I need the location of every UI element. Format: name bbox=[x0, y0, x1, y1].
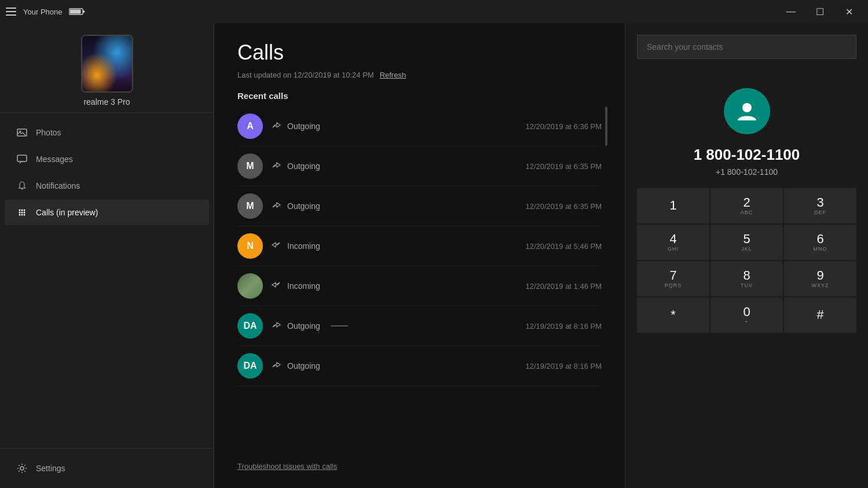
incoming-call-icon bbox=[271, 280, 281, 292]
call-item[interactable]: Incoming 12/20/2019 at 1:46 PM bbox=[237, 266, 602, 306]
dial-key-4[interactable]: 4 GHI bbox=[637, 225, 709, 260]
call-item[interactable]: A Outgoing 12/20/2019 at 6:36 PM bbox=[237, 107, 602, 146]
dial-key-9[interactable]: 9 WXYZ bbox=[784, 261, 856, 296]
messages-icon bbox=[16, 153, 28, 165]
settings-icon bbox=[16, 463, 28, 474]
dial-key-1[interactable]: 1 bbox=[637, 188, 709, 223]
photos-icon bbox=[16, 127, 28, 138]
recent-calls-title: Recent calls bbox=[237, 91, 602, 101]
dial-key-0[interactable]: 0 + bbox=[710, 298, 783, 333]
outgoing-call-icon bbox=[271, 320, 281, 332]
call-duration-bar bbox=[331, 325, 348, 326]
dialpad: 1 2 ABC 3 DEF 4 GHI 5 JKL 6 MNO bbox=[637, 188, 856, 333]
sidebar-item-notifications[interactable]: Notifications bbox=[5, 173, 209, 199]
sidebar-item-settings[interactable]: Settings bbox=[5, 456, 209, 481]
title-bar-left: Your Phone bbox=[6, 8, 85, 16]
call-direction-label: Incoming bbox=[287, 281, 320, 291]
sidebar-nav: Photos Messages Notifica bbox=[0, 113, 214, 448]
outgoing-call-icon bbox=[271, 120, 281, 133]
troubleshoot-link[interactable]: Troubleshoot issues with calls bbox=[237, 462, 602, 471]
device-name: realme 3 Pro bbox=[83, 97, 130, 107]
svg-point-8 bbox=[21, 210, 23, 211]
hamburger-icon[interactable] bbox=[6, 8, 16, 16]
svg-point-13 bbox=[19, 214, 21, 216]
notifications-label: Notifications bbox=[36, 181, 80, 190]
call-item[interactable]: DA Outgoing 12/19/2019 at 8:16 PM bbox=[237, 306, 602, 346]
messages-label: Messages bbox=[36, 155, 73, 164]
app-body: realme 3 Pro Photos bbox=[0, 23, 868, 488]
minimize-button[interactable]: — bbox=[778, 2, 804, 21]
right-panel: 1 800-102-1100 +1 800-102-1100 1 2 ABC 3… bbox=[625, 23, 868, 488]
avatar: A bbox=[237, 113, 263, 139]
battery-icon bbox=[69, 8, 85, 16]
settings-label: Settings bbox=[36, 464, 65, 473]
dial-key-hash[interactable]: # bbox=[784, 298, 856, 333]
display-number-full: +1 800-102-1100 bbox=[637, 167, 856, 177]
call-direction-label: Incoming bbox=[287, 241, 320, 251]
dial-key-8[interactable]: 8 TUV bbox=[710, 261, 783, 296]
avatar: M bbox=[237, 153, 263, 179]
sidebar-item-calls[interactable]: Calls (in preview) bbox=[5, 200, 209, 225]
dial-key-star[interactable]: * bbox=[637, 298, 709, 333]
svg-point-17 bbox=[742, 103, 752, 112]
call-direction-label: Outgoing bbox=[287, 162, 320, 171]
outgoing-call-icon bbox=[271, 359, 281, 372]
refresh-button[interactable]: Refresh bbox=[380, 71, 406, 79]
dial-key-3[interactable]: 3 DEF bbox=[784, 188, 856, 223]
call-item[interactable]: M Outgoing 12/20/2019 at 6:35 PM bbox=[237, 186, 602, 226]
dial-key-6[interactable]: 6 MNO bbox=[784, 225, 856, 260]
call-info: Incoming bbox=[271, 280, 517, 292]
svg-point-9 bbox=[24, 210, 25, 211]
calls-label: Calls (in preview) bbox=[36, 208, 98, 217]
call-timestamp: 12/20/2019 at 5:46 PM bbox=[525, 242, 602, 251]
call-info: Outgoing bbox=[271, 160, 517, 173]
svg-point-12 bbox=[24, 212, 25, 214]
call-timestamp: 12/20/2019 at 6:35 PM bbox=[525, 202, 602, 211]
outgoing-call-icon bbox=[271, 160, 281, 173]
sidebar: realme 3 Pro Photos bbox=[0, 23, 214, 488]
svg-point-7 bbox=[19, 210, 21, 211]
svg-point-11 bbox=[21, 212, 23, 214]
call-item[interactable]: DA Outgoing 12/19/2019 at 8:16 PM bbox=[237, 346, 602, 386]
call-list: A Outgoing 12/20/2019 at 6:36 PM M bbox=[237, 107, 602, 450]
svg-rect-1 bbox=[83, 10, 85, 13]
call-item[interactable]: N Incoming 12/20/2019 at 5:46 PM bbox=[237, 226, 602, 266]
phone-section: realme 3 Pro bbox=[0, 23, 214, 113]
call-direction-label: Outgoing bbox=[287, 122, 320, 131]
bell-icon bbox=[16, 180, 28, 192]
dial-key-5[interactable]: 5 JKL bbox=[710, 225, 783, 260]
last-updated-bar: Last updated on 12/20/2019 at 10:24 PM R… bbox=[237, 71, 602, 79]
calls-icon bbox=[16, 207, 28, 218]
call-direction-label: Outgoing bbox=[287, 361, 320, 370]
maximize-button[interactable]: ☐ bbox=[807, 2, 833, 21]
call-timestamp: 12/20/2019 at 1:46 PM bbox=[525, 282, 602, 291]
call-info: Outgoing bbox=[271, 359, 517, 372]
call-direction-label: Outgoing bbox=[287, 201, 320, 211]
person-icon bbox=[734, 98, 760, 124]
app-title: Your Phone bbox=[23, 8, 62, 16]
call-timestamp: 12/20/2019 at 6:36 PM bbox=[525, 122, 602, 131]
title-bar: Your Phone — ☐ ✕ bbox=[0, 0, 868, 23]
call-item[interactable]: M Outgoing 12/20/2019 at 6:35 PM bbox=[237, 146, 602, 186]
svg-point-15 bbox=[24, 214, 25, 216]
svg-rect-2 bbox=[70, 10, 81, 14]
svg-rect-5 bbox=[17, 155, 27, 162]
sidebar-item-messages[interactable]: Messages bbox=[5, 146, 209, 172]
avatar: DA bbox=[237, 313, 263, 339]
close-button[interactable]: ✕ bbox=[836, 2, 862, 21]
svg-point-16 bbox=[20, 467, 24, 470]
call-timestamp: 12/19/2019 at 8:16 PM bbox=[525, 362, 602, 370]
call-info: Incoming bbox=[271, 240, 517, 252]
dial-key-7[interactable]: 7 PQRS bbox=[637, 261, 709, 296]
display-number: 1 800-102-1100 bbox=[637, 146, 856, 164]
sidebar-footer: Settings bbox=[0, 448, 214, 488]
svg-point-10 bbox=[19, 212, 21, 214]
photos-label: Photos bbox=[36, 128, 61, 137]
incoming-call-icon bbox=[271, 240, 281, 252]
search-input[interactable] bbox=[637, 35, 856, 59]
call-direction-label: Outgoing bbox=[287, 321, 320, 331]
sidebar-item-photos[interactable]: Photos bbox=[5, 120, 209, 145]
dial-key-2[interactable]: 2 ABC bbox=[710, 188, 783, 223]
call-info: Outgoing bbox=[271, 320, 517, 332]
call-timestamp: 12/19/2019 at 8:16 PM bbox=[525, 322, 602, 331]
